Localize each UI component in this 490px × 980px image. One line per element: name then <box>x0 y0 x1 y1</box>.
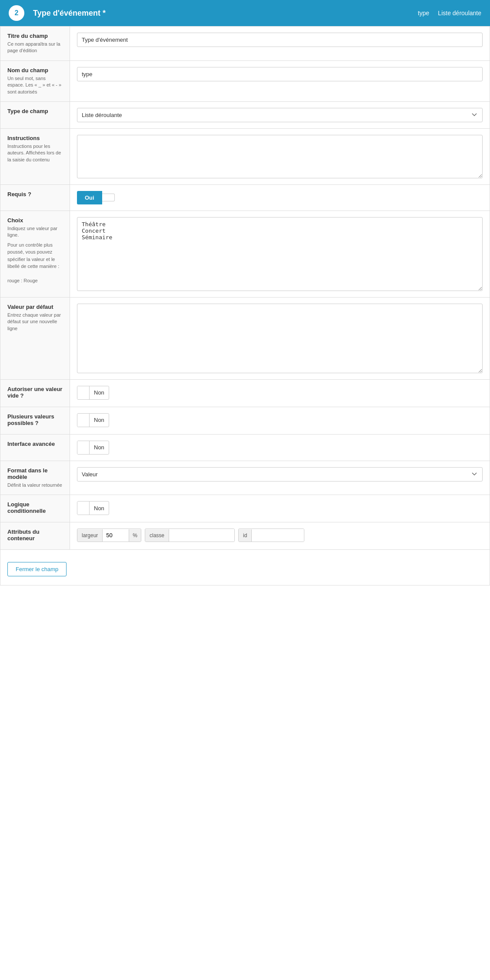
header-type: type <box>418 10 429 17</box>
input-col-logique: Non <box>70 495 490 522</box>
toggle-requis-container: Oui <box>77 191 483 204</box>
row-requis: Requis ? Oui <box>0 185 490 211</box>
toggle-off-label-logique: Non <box>90 502 109 514</box>
row-type-champ: Type de champ Liste déroulante Texte Nom… <box>0 102 490 129</box>
label-choix: Choix Indiquez une valeur par ligne. Pou… <box>0 211 70 297</box>
toggle-oui-button[interactable]: Oui <box>77 191 102 204</box>
toggle-off-label-interface: Non <box>90 442 109 453</box>
valeur-defaut-textarea[interactable] <box>77 304 483 373</box>
label-type-champ: Type de champ <box>0 102 70 128</box>
attr-label-classe: classe <box>145 529 169 542</box>
label-nom-champ: Nom du champ Un seul mot, sans espace. L… <box>0 61 70 101</box>
label-main-plusieurs: Plusieurs valeurs possibles ? <box>7 413 63 426</box>
toggle-off-left-autoriser <box>77 386 90 399</box>
toggle-plusieurs-box[interactable]: Non <box>77 413 109 427</box>
label-main-requis: Requis ? <box>7 191 63 197</box>
input-col-titre <box>70 27 490 60</box>
field-number: 2 <box>9 5 24 21</box>
input-col-format: Valeur Libellé Clé <box>70 461 490 495</box>
input-col-plusieurs: Non <box>70 407 490 434</box>
row-choix: Choix Indiquez une valeur par ligne. Pou… <box>0 211 490 298</box>
form-body: Titre du champ Ce nom apparaîtra sur la … <box>0 26 490 585</box>
row-titre-champ: Titre du champ Ce nom apparaîtra sur la … <box>0 27 490 61</box>
attrs-row: largeur % classe id <box>77 528 483 542</box>
attr-input-classe[interactable] <box>169 529 234 542</box>
header-title: Type d'événement * <box>33 9 409 18</box>
attr-input-id[interactable] <box>252 529 304 542</box>
input-col-type: Liste déroulante Texte Nombre Date Boolé… <box>70 102 490 128</box>
toggle-autoriser-box[interactable]: Non <box>77 386 109 400</box>
label-main-format: Format dans le modèle <box>7 467 63 480</box>
attr-unit-percent: % <box>129 529 141 542</box>
header-bar: 2 Type d'événement * type Liste déroulan… <box>0 0 490 26</box>
label-autoriser-vide: Autoriser une valeur vide ? <box>0 380 70 407</box>
label-sub-nom: Un seul mot, sans espace. Les « _ » et «… <box>7 75 63 95</box>
row-attributs: Attributs du conteneur largeur % classe … <box>0 522 490 550</box>
format-modele-select[interactable]: Valeur Libellé Clé <box>77 467 483 482</box>
toggle-off-left-plusieurs <box>77 414 90 427</box>
input-col-instructions <box>70 129 490 184</box>
label-main-logique: Logique conditionnelle <box>7 501 63 514</box>
label-main-attributs: Attributs du conteneur <box>7 528 63 542</box>
label-sub-format: Définit la valeur retournée <box>7 482 63 488</box>
label-valeur-defaut: Valeur par défaut Entrez chaque valeur p… <box>0 298 70 379</box>
toggle-plusieurs-container: Non <box>77 413 483 427</box>
input-col-attributs: largeur % classe id <box>70 522 490 549</box>
toggle-off-label-autoriser: Non <box>90 387 109 398</box>
label-main-choix: Choix <box>7 217 63 224</box>
nom-champ-input[interactable] <box>77 67 483 81</box>
toggle-logique-container: Non <box>77 501 483 515</box>
header-field-type: Liste déroulante <box>438 10 481 17</box>
choix-textarea[interactable]: Théâtre Concert Séminaire <box>77 217 483 291</box>
row-valeur-defaut: Valeur par défaut Entrez chaque valeur p… <box>0 298 490 380</box>
label-instructions: Instructions Instructions pour les auteu… <box>0 129 70 184</box>
row-logique-cond: Logique conditionnelle Non <box>0 495 490 522</box>
input-col-requis: Oui <box>70 185 490 211</box>
attr-input-largeur[interactable] <box>103 529 129 542</box>
type-champ-select[interactable]: Liste déroulante Texte Nombre Date Boolé… <box>77 108 483 122</box>
input-col-nom <box>70 61 490 101</box>
label-sub-titre: Ce nom apparaîtra sur la page d'édition <box>7 41 63 54</box>
label-main-titre: Titre du champ <box>7 33 63 39</box>
attr-label-largeur: largeur <box>77 529 103 542</box>
attr-group-classe: classe <box>145 528 235 542</box>
label-main-interface: Interface avancée <box>7 441 63 447</box>
label-main-instructions: Instructions <box>7 135 63 141</box>
toggle-off-label-plusieurs: Non <box>90 414 109 426</box>
row-autoriser-vide: Autoriser une valeur vide ? Non <box>0 380 490 407</box>
toggle-autoriser-container: Non <box>77 386 483 400</box>
label-interface-avancee: Interface avancée <box>0 435 70 461</box>
toggle-interface-box[interactable]: Non <box>77 441 109 455</box>
label-main-nom: Nom du champ <box>7 67 63 74</box>
label-logique-cond: Logique conditionnelle <box>0 495 70 522</box>
toggle-interface-container: Non <box>77 441 483 455</box>
input-col-autoriser: Non <box>70 380 490 407</box>
label-main-autoriser: Autoriser une valeur vide ? <box>7 386 63 399</box>
label-titre-champ: Titre du champ Ce nom apparaîtra sur la … <box>0 27 70 60</box>
close-button[interactable]: Fermer le champ <box>7 562 67 576</box>
toggle-non-button[interactable] <box>102 194 115 201</box>
row-plusieurs-valeurs: Plusieurs valeurs possibles ? Non <box>0 407 490 435</box>
row-interface-avancee: Interface avancée Non <box>0 435 490 461</box>
label-plusieurs-valeurs: Plusieurs valeurs possibles ? <box>0 407 70 434</box>
input-col-choix: Théâtre Concert Séminaire <box>70 211 490 297</box>
row-nom-champ: Nom du champ Un seul mot, sans espace. L… <box>0 61 490 102</box>
label-format-modele: Format dans le modèle Définit la valeur … <box>0 461 70 495</box>
instructions-textarea[interactable] <box>77 135 483 178</box>
attr-label-id: id <box>239 529 252 542</box>
input-col-interface: Non <box>70 435 490 461</box>
label-sub-instructions: Instructions pour les auteurs. Affichées… <box>7 143 63 163</box>
input-col-valeur <box>70 298 490 379</box>
toggle-off-left-logique <box>77 502 90 515</box>
titre-champ-input[interactable] <box>77 33 483 47</box>
label-sub-valeur: Entrez chaque valeur par défaut sur une … <box>7 312 63 332</box>
toggle-off-left-interface <box>77 441 90 454</box>
close-row: Fermer le champ <box>0 550 490 585</box>
attr-group-largeur: largeur % <box>77 528 141 542</box>
row-instructions: Instructions Instructions pour les auteu… <box>0 129 490 185</box>
attr-group-id: id <box>238 528 304 542</box>
row-format-modele: Format dans le modèle Définit la valeur … <box>0 461 490 495</box>
toggle-logique-box[interactable]: Non <box>77 501 109 515</box>
choices-extra-text: Pour un contrôle plus poussé, vous pouve… <box>7 241 63 284</box>
label-requis: Requis ? <box>0 185 70 211</box>
